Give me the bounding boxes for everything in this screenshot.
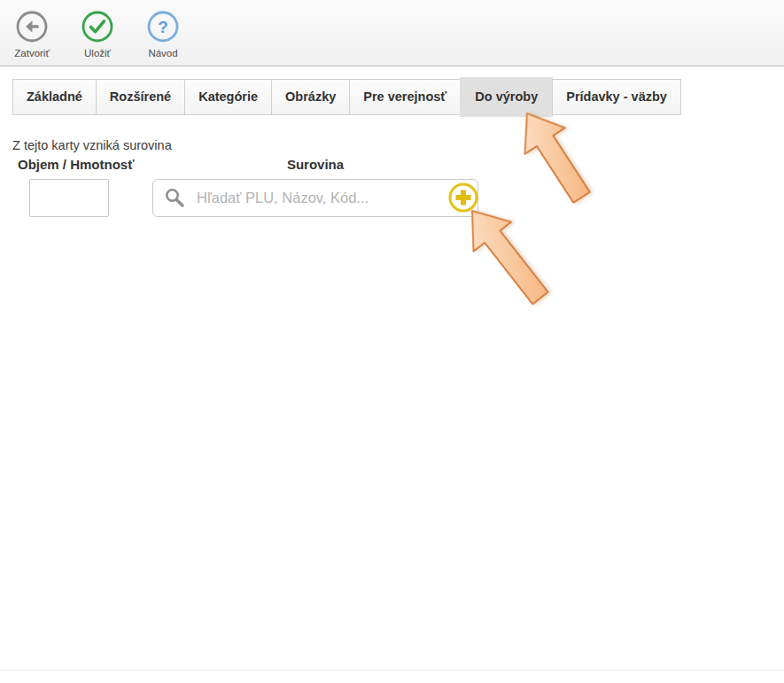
surovina-label: Surovina [152,157,478,172]
intro-text: Z tejto karty vzniká surovina [12,138,172,152]
question-icon: ? [146,10,180,46]
help-button[interactable]: ? Návod [135,0,191,59]
check-icon [81,10,114,46]
volume-weight-input[interactable] [29,179,109,217]
tab-do-vyroby[interactable]: Do výroby [460,77,553,117]
close-button[interactable]: Zatvoriť [4,0,60,59]
surovina-search-input[interactable] [195,189,477,207]
surovina-search-box [152,179,478,217]
bottom-divider [0,670,784,671]
product-card-window: Zatvoriť Uložiť ? Návod Základné Rozší [0,0,784,683]
tab-obrazky[interactable]: Obrázky [271,79,350,115]
tab-pridavky-vazby[interactable]: Prídavky - väzby [552,79,681,115]
magnifier-icon [164,187,186,209]
tab-zakladne[interactable]: Základné [12,79,97,115]
plus-icon [448,182,478,213]
back-arrow-icon [15,10,49,46]
tab-kategorie[interactable]: Kategórie [184,79,272,115]
close-button-label: Zatvoriť [14,48,49,58]
svg-text:?: ? [158,18,168,36]
tab-pre-verejnost[interactable]: Pre verejnosť [349,79,461,115]
tab-bar: Základné Rozšírené Kategórie Obrázky Pre… [12,77,681,117]
toolbar: Zatvoriť Uložiť ? Návod [0,0,784,66]
save-button-label: Uložiť [84,48,111,58]
save-button[interactable]: Uložiť [69,0,126,59]
help-button-label: Návod [148,48,177,58]
add-surovina-button[interactable] [448,182,478,213]
tab-rozsirene[interactable]: Rozšírené [96,79,185,115]
volume-weight-label: Objem / Hmotnosť [18,157,134,172]
